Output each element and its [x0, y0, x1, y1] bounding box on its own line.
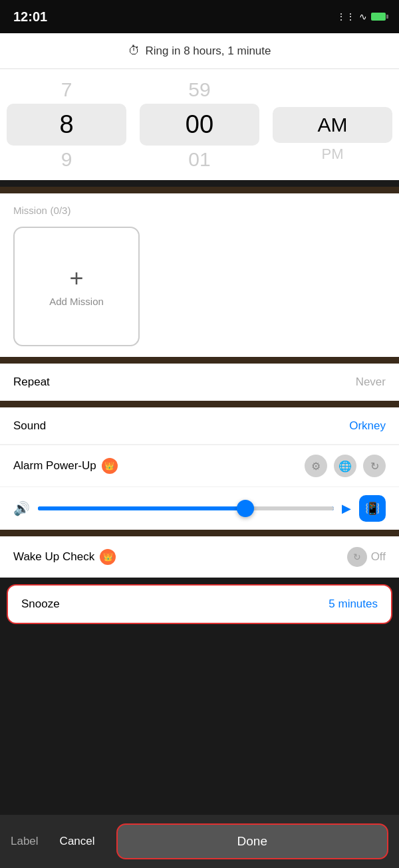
slider-thumb[interactable]: [237, 500, 254, 517]
mission-count: (0/3): [51, 205, 71, 216]
repeat-section[interactable]: Repeat Never: [0, 364, 399, 401]
wake-check-row[interactable]: Wake Up Check 👑 ↻ Off: [0, 536, 399, 578]
volume-icon: 🔊: [13, 500, 30, 516]
wake-check-label: Wake Up Check: [13, 550, 94, 564]
play-button[interactable]: ▶: [342, 501, 351, 516]
status-icons: ⋮⋮ ∿: [336, 11, 386, 22]
sound-section: Sound Orkney Alarm Power-Up 👑 ⚙ 🌐 ↻ 🔊 ▶ …: [0, 407, 399, 530]
signal-icon: ⋮⋮: [336, 11, 355, 22]
hour-above: 7: [0, 76, 133, 104]
add-mission-button[interactable]: + Add Mission: [13, 227, 140, 346]
minute-column[interactable]: 59 00 01: [133, 76, 266, 173]
hour-selected: 8: [7, 108, 126, 142]
divider-4: [0, 530, 399, 536]
ampm-below: PM: [266, 143, 399, 165]
vibrate-icon: 📳: [365, 501, 380, 516]
divider-1: [0, 187, 399, 193]
wake-status-icon: ↻: [347, 547, 367, 567]
repeat-label: Repeat: [13, 376, 50, 389]
wifi-icon: ∿: [359, 11, 367, 22]
repeat-row[interactable]: Repeat Never: [0, 364, 399, 401]
mission-label: Mission: [13, 205, 47, 216]
cancel-button[interactable]: Cancel: [47, 828, 108, 855]
divider-2: [0, 357, 399, 364]
minute-above: 59: [133, 76, 266, 104]
done-button[interactable]: Done: [116, 823, 388, 859]
clock-icon: ⏱: [128, 44, 140, 58]
mission-section: Mission (0/3) + Add Mission: [0, 193, 399, 357]
battery-icon: [371, 13, 386, 21]
powerup-icon-1[interactable]: ⚙: [305, 455, 327, 477]
powerup-icon-2[interactable]: 🌐: [334, 455, 356, 477]
time-picker-section[interactable]: 7 8 9 59 00 01 -- AM PM: [0, 69, 399, 180]
alarm-powerup-row[interactable]: Alarm Power-Up 👑 ⚙ 🌐 ↻: [0, 445, 399, 487]
snooze-row[interactable]: Snooze 5 minutes: [8, 586, 391, 623]
sound-label: Sound: [13, 419, 46, 433]
snooze-value: 5 minutes: [329, 597, 378, 611]
wake-check-right: ↻ Off: [347, 547, 386, 567]
minute-selected: 00: [140, 108, 259, 142]
powerup-icons: ⚙ 🌐 ↻: [305, 455, 386, 477]
status-time: 12:01: [13, 9, 47, 25]
bottom-bar: Label Cancel Done: [0, 815, 399, 868]
wake-up-check-section[interactable]: Wake Up Check 👑 ↻ Off: [0, 536, 399, 578]
snooze-label: Snooze: [21, 597, 60, 611]
vibrate-button[interactable]: 📳: [359, 495, 386, 522]
wake-check-value: Off: [371, 550, 386, 564]
minute-below: 01: [133, 146, 266, 173]
add-mission-text: Add Mission: [49, 296, 104, 307]
status-bar: 12:01 ⋮⋮ ∿: [0, 0, 399, 33]
sound-row[interactable]: Sound Orkney: [0, 407, 399, 445]
time-picker-container: 7 8 9 59 00 01 -- AM PM: [0, 76, 399, 173]
sound-value: Orkney: [349, 419, 386, 433]
snooze-section[interactable]: Snooze 5 minutes: [7, 584, 392, 624]
wake-crown-badge: 👑: [100, 549, 116, 565]
hour-column[interactable]: 7 8 9: [0, 76, 133, 173]
crown-badge: 👑: [102, 458, 118, 474]
divider-3: [0, 401, 399, 407]
alarm-powerup-left: Alarm Power-Up 👑: [13, 458, 118, 474]
slider-unfilled: [245, 506, 334, 510]
volume-slider[interactable]: [38, 506, 334, 510]
powerup-icon-3[interactable]: ↻: [363, 455, 386, 477]
ampm-selected: AM: [273, 111, 392, 139]
alarm-powerup-label: Alarm Power-Up: [13, 459, 96, 473]
ring-header-label: Ring in 8 hours, 1 minute: [146, 45, 271, 58]
ring-header-text: ⏱ Ring in 8 hours, 1 minute: [13, 44, 386, 58]
hour-below: 9: [0, 146, 133, 173]
wake-check-left: Wake Up Check 👑: [13, 549, 116, 565]
ampm-column[interactable]: -- AM PM: [266, 84, 399, 165]
repeat-value: Never: [356, 376, 386, 389]
volume-row[interactable]: 🔊 ▶ 📳: [0, 487, 399, 530]
label-text: Label: [11, 835, 39, 848]
ring-header: ⏱ Ring in 8 hours, 1 minute: [0, 33, 399, 69]
add-mission-plus-icon: +: [69, 267, 83, 290]
mission-title: Mission (0/3): [13, 204, 386, 217]
